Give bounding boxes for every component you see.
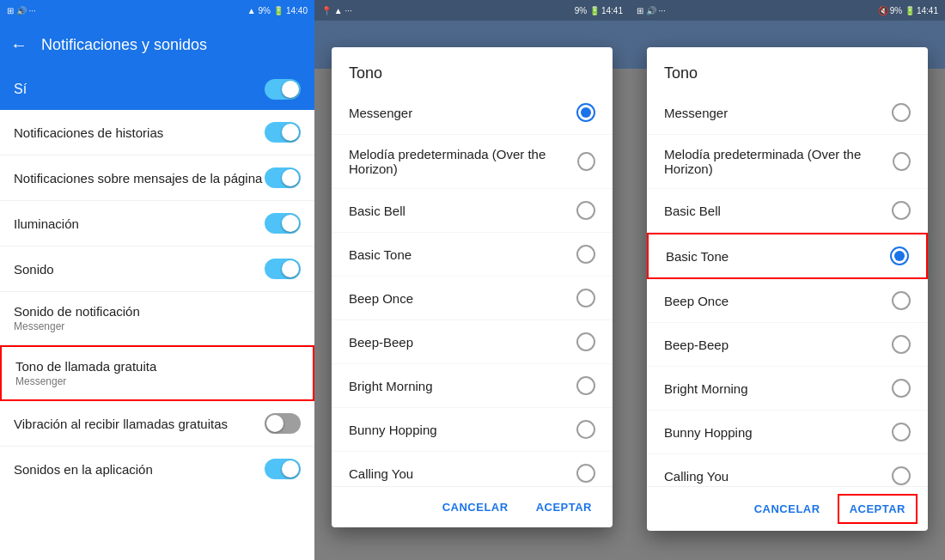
tono-dialog-2: Tono Messenger Melodía predeterminada (O…: [332, 47, 613, 527]
item-label: Sonido: [14, 262, 265, 277]
toggle-historias[interactable]: [265, 122, 301, 143]
settings-panel: ⊞ 🔊 ··· ▲ 9% 🔋 14:40 ← Notificaciones y …: [0, 0, 314, 560]
tone-item-basic-bell[interactable]: Basic Bell: [332, 189, 613, 233]
radio-beep-beep-3[interactable]: [892, 335, 911, 354]
toggle-sonido[interactable]: [265, 259, 301, 279]
tone-item-calling-you[interactable]: Calling You: [332, 452, 613, 486]
tone-name: Bright Morning: [664, 381, 748, 396]
p2-sb-left: 📍 ▲ ···: [321, 6, 352, 15]
tone-list-3: Messenger Melodía predeterminada (Over t…: [647, 91, 928, 486]
item-sub: Messenger: [15, 375, 299, 387]
radio-bunny[interactable]: [576, 420, 595, 439]
radio-bright-morning-3[interactable]: [892, 379, 911, 398]
item-label: Tono de llamada gratuita: [15, 359, 299, 374]
settings-item-iluminacion[interactable]: Iluminación: [0, 201, 314, 247]
dialog-actions-2: CANCELAR ACEPTAR: [332, 486, 613, 527]
radio-basic-bell-3[interactable]: [892, 201, 911, 220]
radio-beep-beep[interactable]: [576, 332, 595, 351]
p2-sb-right: 9% 🔋: [575, 6, 600, 15]
radio-basic-tone[interactable]: [576, 245, 595, 264]
tone-item-bright-morning[interactable]: Bright Morning: [332, 364, 613, 408]
settings-item-tono-llamada[interactable]: Tono de llamada gratuita Messenger: [0, 345, 314, 401]
si-toggle[interactable]: [265, 79, 301, 100]
settings-item-historias[interactable]: Notificaciones de historias: [0, 110, 314, 155]
item-sub: Messenger: [14, 320, 301, 332]
status-bar-1: ⊞ 🔊 ··· ▲ 9% 🔋 14:40: [0, 0, 314, 21]
battery-icon: 🔋: [273, 6, 284, 15]
dialog-panel-2: 📍 ▲ ··· 9% 🔋 14:41 Tono Messenger Melodí…: [314, 0, 630, 560]
item-label: Sonidos en la aplicación: [14, 462, 265, 477]
tone-name: Bright Morning: [349, 379, 433, 393]
tone-item-bunny[interactable]: Bunny Hopping: [332, 408, 613, 452]
tone-name: Melodía predeterminada (Over the Horizon…: [349, 147, 577, 176]
tone-item-beep-beep-3[interactable]: Beep-Beep: [647, 323, 928, 367]
radio-messenger-3[interactable]: [892, 103, 911, 122]
tone-name: Bunny Hopping: [664, 425, 753, 440]
dialog-title-3: Tono: [647, 47, 928, 91]
item-label: Notificaciones de historias: [14, 125, 265, 140]
p3-sb-left: ⊞ 🔊 ···: [637, 6, 666, 15]
tone-item-melodia[interactable]: Melodía predeterminada (Over the Horizon…: [332, 135, 613, 189]
radio-beep-once-3[interactable]: [892, 291, 911, 310]
tone-item-basic-tone[interactable]: Basic Tone: [332, 233, 613, 277]
si-row: Sí: [0, 69, 314, 110]
si-label: Sí: [14, 82, 27, 97]
dialog-title-2: Tono: [332, 47, 613, 91]
item-label: Iluminación: [14, 216, 265, 231]
status-bar-3: ⊞ 🔊 ··· 🔇 9% 🔋 14:41: [630, 0, 945, 21]
tone-item-messenger[interactable]: Messenger: [332, 91, 613, 135]
radio-calling-you-3[interactable]: [892, 466, 911, 485]
status-bar-right-1: ▲ 9% 🔋 14:40: [247, 6, 308, 15]
tone-item-beep-once-3[interactable]: Beep Once: [647, 279, 928, 323]
radio-calling-you[interactable]: [576, 464, 595, 483]
tone-name: Melodía predeterminada (Over the Horizon…: [664, 147, 893, 176]
status-bar-2: 📍 ▲ ··· 9% 🔋 14:41: [314, 0, 630, 21]
tone-name: Messenger: [664, 106, 728, 120]
settings-title: Notificaciones y sonidos: [41, 36, 207, 54]
tono-dialog-3: Tono Messenger Melodía predeterminada (O…: [647, 47, 928, 531]
tone-item-calling-you-3[interactable]: Calling You: [647, 454, 928, 486]
toggle-vibracion[interactable]: [265, 413, 301, 434]
item-label: Vibración al recibir llamadas gratuitas: [14, 417, 265, 431]
tone-item-bright-morning-3[interactable]: Bright Morning: [647, 367, 928, 411]
tone-item-basic-bell-3[interactable]: Basic Bell: [647, 189, 928, 233]
radio-basic-tone-3[interactable]: [890, 247, 909, 265]
toggle-iluminacion[interactable]: [265, 213, 301, 234]
tone-name: Basic Tone: [349, 247, 412, 262]
radio-inner: [581, 107, 591, 118]
radio-beep-once[interactable]: [576, 289, 595, 307]
tone-item-melodia-3[interactable]: Melodía predeterminada (Over the Horizon…: [647, 135, 928, 189]
tone-name: Messenger: [349, 106, 412, 120]
tone-item-beep-once[interactable]: Beep Once: [332, 277, 613, 320]
tone-item-messenger-3[interactable]: Messenger: [647, 91, 928, 135]
radio-bunny-3[interactable]: [892, 423, 911, 441]
radio-inner-3: [894, 251, 905, 261]
tone-item-beep-beep[interactable]: Beep-Beep: [332, 320, 613, 364]
settings-item-sonidos-app[interactable]: Sonidos en la aplicación: [0, 447, 314, 491]
settings-item-sonido-notif[interactable]: Sonido de notificación Messenger: [0, 292, 314, 345]
settings-item-sonido[interactable]: Sonido: [0, 247, 314, 292]
settings-item-vibracion[interactable]: Vibración al recibir llamadas gratuitas: [0, 401, 314, 447]
tone-item-bunny-3[interactable]: Bunny Hopping: [647, 411, 928, 454]
accept-button-3[interactable]: ACEPTAR: [838, 494, 918, 524]
tone-name: Beep Once: [664, 294, 729, 308]
toggle-mensajes[interactable]: [265, 167, 301, 188]
radio-melodia-3[interactable]: [893, 152, 911, 171]
tone-name: Beep Once: [349, 291, 413, 306]
cancel-button-2[interactable]: CANCELAR: [432, 494, 519, 520]
tone-name: Calling You: [664, 469, 729, 484]
tone-name: Beep-Beep: [664, 338, 729, 352]
radio-bright-morning[interactable]: [576, 376, 595, 395]
wifi-signal: ▲ 9%: [247, 6, 271, 15]
settings-item-mensajes[interactable]: Notificaciones sobre mensajes de la pági…: [0, 155, 314, 201]
accept-button-2[interactable]: ACEPTAR: [526, 494, 602, 520]
radio-melodia[interactable]: [577, 152, 595, 171]
tone-name: Calling You: [349, 466, 413, 481]
tone-name: Beep-Beep: [349, 335, 413, 350]
toggle-sonidos-app[interactable]: [265, 459, 301, 479]
cancel-button-3[interactable]: CANCELAR: [744, 494, 831, 524]
tone-item-basic-tone-3[interactable]: Basic Tone: [647, 233, 928, 279]
back-arrow-icon[interactable]: ←: [10, 35, 27, 55]
radio-basic-bell[interactable]: [576, 201, 595, 220]
radio-messenger[interactable]: [576, 103, 595, 122]
